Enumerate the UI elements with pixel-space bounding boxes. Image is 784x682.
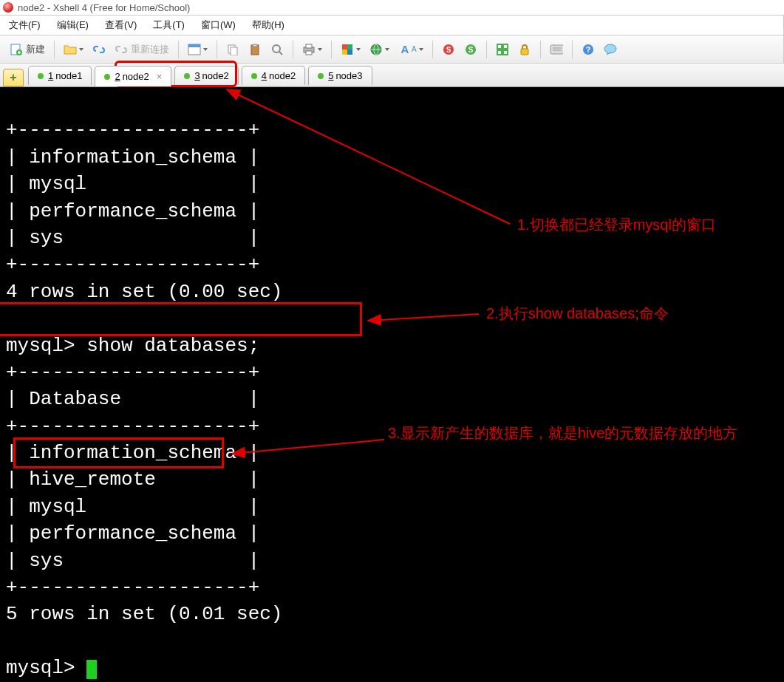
lock-icon bbox=[518, 43, 531, 56]
svg-rect-12 bbox=[306, 51, 312, 55]
svg-rect-3 bbox=[188, 44, 200, 47]
xagent-button[interactable]: S bbox=[438, 39, 459, 60]
font-icon: A bbox=[398, 43, 412, 56]
menu-edit[interactable]: 编辑(E) bbox=[57, 18, 89, 32]
separator bbox=[293, 41, 293, 58]
feedback-button[interactable] bbox=[600, 39, 621, 60]
menu-file[interactable]: 文件(F) bbox=[9, 18, 41, 32]
tab-node2-3[interactable]: 3 node2 bbox=[174, 66, 238, 85]
separator bbox=[572, 41, 573, 58]
xshell-icon bbox=[3, 2, 13, 13]
terminal[interactable]: +--------------------+| information_sche… bbox=[0, 87, 784, 682]
status-dot-icon bbox=[38, 73, 44, 79]
copy-button[interactable] bbox=[222, 39, 243, 60]
separator bbox=[217, 41, 217, 58]
table-icon bbox=[188, 43, 201, 56]
find-button[interactable] bbox=[267, 39, 287, 60]
svg-line-9 bbox=[279, 52, 282, 55]
reconnect-button[interactable]: 重新连接 bbox=[111, 39, 173, 60]
terminal-line: | performance_schema | bbox=[6, 520, 778, 547]
terminal-line: +--------------------+ bbox=[6, 251, 778, 278]
status-dot-icon bbox=[104, 74, 110, 80]
tab-node1-1[interactable]: 1 node1 bbox=[28, 66, 92, 85]
svg-rect-25 bbox=[503, 44, 508, 49]
terminal-line: | sys | bbox=[6, 225, 778, 251]
terminal-line: | information_schema | bbox=[6, 144, 778, 171]
folder-icon bbox=[64, 43, 77, 56]
keyboard-button[interactable] bbox=[546, 39, 567, 60]
svg-rect-27 bbox=[503, 50, 508, 55]
menu-help[interactable]: 帮助(H) bbox=[252, 18, 284, 32]
terminal-line: mysql> show databases; bbox=[6, 333, 778, 359]
tab-label: node1 bbox=[55, 70, 82, 81]
open-button[interactable] bbox=[60, 39, 87, 60]
terminal-line bbox=[6, 305, 778, 332]
window-title: node2 - Xshell 4 (Free for Home/School) bbox=[18, 2, 190, 13]
xftp-button[interactable]: S bbox=[460, 39, 481, 60]
s-red-icon: S bbox=[442, 43, 455, 56]
link-button[interactable] bbox=[89, 39, 109, 60]
tile-button[interactable] bbox=[492, 39, 513, 60]
tab-node2-4[interactable]: 4 node2 bbox=[242, 66, 305, 85]
reconnect-label: 重新连接 bbox=[131, 43, 169, 56]
terminal-line: mysql> bbox=[6, 655, 778, 681]
tab-node3-5[interactable]: 5 node3 bbox=[308, 66, 372, 85]
svg-rect-26 bbox=[497, 50, 502, 55]
terminal-line: | sys | bbox=[6, 548, 778, 574]
new-session-button[interactable]: 新建 bbox=[6, 39, 49, 60]
close-icon[interactable]: × bbox=[157, 71, 163, 82]
help-button[interactable]: ? bbox=[578, 39, 599, 60]
status-dot-icon bbox=[318, 73, 324, 79]
paste-icon bbox=[248, 43, 262, 56]
separator bbox=[486, 41, 487, 58]
tab-label: node2 bbox=[123, 71, 149, 82]
status-dot-icon bbox=[251, 73, 257, 79]
terminal-line: | performance_schema | bbox=[6, 198, 778, 225]
terminal-line: | information_schema | bbox=[6, 440, 778, 466]
svg-rect-11 bbox=[306, 44, 312, 48]
menu-window[interactable]: 窗口(W) bbox=[201, 18, 236, 32]
paste-button[interactable] bbox=[245, 39, 265, 60]
link-icon bbox=[92, 43, 106, 56]
svg-rect-15 bbox=[342, 50, 347, 55]
tab-number: 4 bbox=[262, 70, 267, 81]
keyboard-icon bbox=[550, 43, 563, 56]
svg-text:S: S bbox=[446, 46, 451, 54]
terminal-line: 5 rows in set (0.01 sec) bbox=[6, 601, 778, 627]
menu-view[interactable]: 查看(V) bbox=[105, 18, 137, 32]
new-file-icon bbox=[10, 43, 23, 56]
tab-strip: + 1 node12 node2×3 node24 node25 node3 bbox=[0, 64, 784, 87]
s-green-icon: S bbox=[464, 43, 477, 56]
terminal-line: +--------------------+ bbox=[6, 117, 778, 143]
tab-number: 1 bbox=[48, 70, 53, 81]
print-button[interactable] bbox=[299, 39, 326, 60]
menu-tool[interactable]: 工具(T) bbox=[153, 18, 185, 32]
cursor bbox=[86, 660, 97, 679]
web-button[interactable] bbox=[366, 39, 393, 60]
separator bbox=[331, 41, 332, 58]
tab-label: node2 bbox=[202, 70, 229, 81]
tab-label: node3 bbox=[335, 70, 362, 81]
tile-icon bbox=[496, 43, 509, 56]
properties-button[interactable] bbox=[184, 39, 211, 60]
copy-icon bbox=[226, 43, 239, 56]
svg-rect-5 bbox=[231, 47, 237, 55]
lock-button[interactable] bbox=[514, 39, 535, 60]
font-button[interactable]: AA bbox=[395, 39, 427, 60]
search-icon bbox=[270, 43, 284, 56]
color-button[interactable] bbox=[337, 39, 364, 60]
terminal-line: +--------------------+ bbox=[6, 574, 778, 601]
terminal-line: | mysql | bbox=[6, 171, 778, 197]
tab-label: node2 bbox=[269, 70, 296, 81]
new-tab-button[interactable]: + bbox=[3, 69, 24, 86]
svg-rect-7 bbox=[253, 44, 257, 47]
terminal-line: 4 rows in set (0.00 sec) bbox=[6, 279, 778, 305]
menu-bar: 文件(F) 编辑(E) 查看(V) 工具(T) 窗口(W) 帮助(H) bbox=[0, 15, 784, 35]
svg-text:S: S bbox=[468, 46, 473, 54]
separator bbox=[432, 41, 433, 58]
tab-node2-2[interactable]: 2 node2× bbox=[95, 66, 171, 86]
separator bbox=[540, 41, 541, 58]
svg-rect-24 bbox=[497, 44, 502, 49]
tab-number: 2 bbox=[115, 71, 120, 82]
terminal-line: | Database | bbox=[6, 386, 778, 412]
